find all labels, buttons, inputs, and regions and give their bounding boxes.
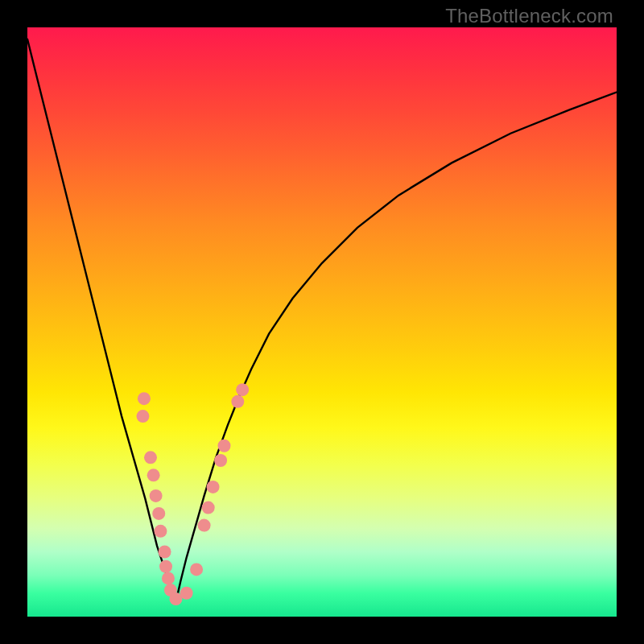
- chart-frame: TheBottleneck.com: [0, 0, 644, 644]
- plot-svg: [27, 27, 617, 617]
- data-point-marker: [190, 563, 203, 576]
- bottleneck-curve: [27, 39, 617, 599]
- data-point-marker: [207, 481, 220, 493]
- data-point-marker: [236, 383, 249, 396]
- data-point-marker: [150, 489, 163, 502]
- data-point-marker: [144, 451, 157, 464]
- plot-area: [27, 27, 617, 617]
- data-point-marker: [152, 507, 165, 520]
- data-point-marker: [231, 395, 244, 408]
- data-point-marker: [147, 469, 160, 481]
- attribution-text: TheBottleneck.com: [445, 5, 613, 27]
- data-point-marker: [154, 525, 167, 538]
- data-point-marker: [136, 410, 149, 423]
- data-point-marker: [138, 392, 151, 405]
- data-point-marker: [198, 519, 211, 532]
- data-point-marker: [217, 440, 230, 452]
- data-point-marker: [214, 454, 227, 467]
- data-point-marker: [162, 572, 175, 584]
- data-point-marker: [202, 502, 215, 514]
- data-point-marker: [180, 587, 193, 600]
- data-point-marker: [159, 560, 172, 573]
- data-point-marker: [159, 545, 171, 558]
